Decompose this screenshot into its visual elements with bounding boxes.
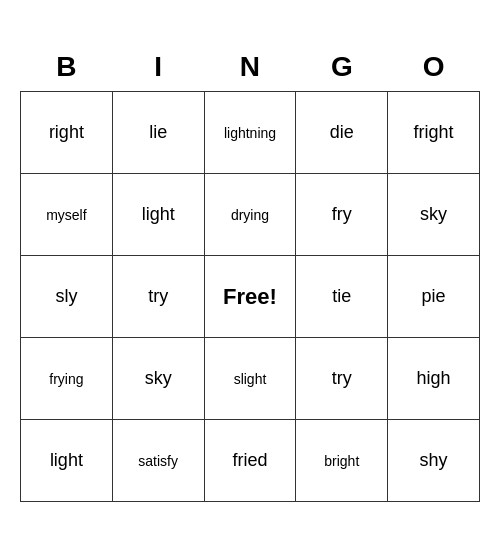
bingo-header-cell: O <box>388 42 480 92</box>
bingo-cell: light <box>21 420 113 502</box>
bingo-cell: fright <box>388 92 480 174</box>
bingo-cell: light <box>112 174 204 256</box>
bingo-cell: lie <box>112 92 204 174</box>
bingo-cell: frying <box>21 338 113 420</box>
bingo-cell: sky <box>388 174 480 256</box>
bingo-cell: sky <box>112 338 204 420</box>
bingo-cell: slight <box>204 338 296 420</box>
bingo-cell: satisfy <box>112 420 204 502</box>
bingo-cell: try <box>296 338 388 420</box>
bingo-body: rightlielightningdiefrightmyselflightdry… <box>21 92 480 502</box>
bingo-cell: drying <box>204 174 296 256</box>
bingo-cell: pie <box>388 256 480 338</box>
bingo-row: fryingskyslighttryhigh <box>21 338 480 420</box>
bingo-cell: Free! <box>204 256 296 338</box>
bingo-row: myselflightdryingfrysky <box>21 174 480 256</box>
bingo-cell: fried <box>204 420 296 502</box>
bingo-header-cell: G <box>296 42 388 92</box>
bingo-card: BINGO rightlielightningdiefrightmyselfli… <box>20 42 480 503</box>
bingo-cell: shy <box>388 420 480 502</box>
bingo-cell: high <box>388 338 480 420</box>
bingo-header-cell: N <box>204 42 296 92</box>
bingo-cell: sly <box>21 256 113 338</box>
bingo-cell: bright <box>296 420 388 502</box>
bingo-cell: lightning <box>204 92 296 174</box>
bingo-cell: myself <box>21 174 113 256</box>
bingo-header-cell: I <box>112 42 204 92</box>
bingo-row: rightlielightningdiefright <box>21 92 480 174</box>
bingo-cell: right <box>21 92 113 174</box>
bingo-row: lightsatisfyfriedbrightshy <box>21 420 480 502</box>
bingo-header: BINGO <box>21 42 480 92</box>
bingo-cell: die <box>296 92 388 174</box>
bingo-cell: try <box>112 256 204 338</box>
bingo-cell: tie <box>296 256 388 338</box>
bingo-row: slytryFree!tiepie <box>21 256 480 338</box>
bingo-header-cell: B <box>21 42 113 92</box>
bingo-cell: fry <box>296 174 388 256</box>
